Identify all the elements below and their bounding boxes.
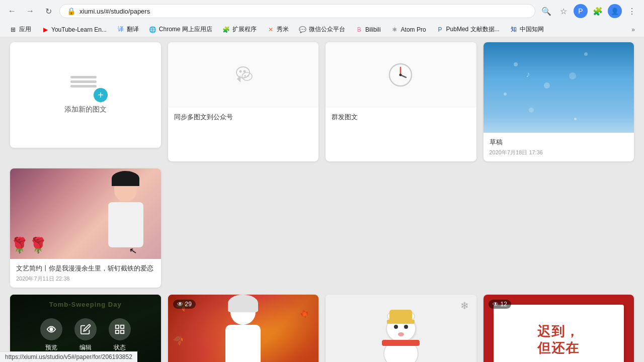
sync-card-image bbox=[168, 42, 319, 108]
send-card-image bbox=[326, 42, 476, 108]
lock-icon: 🔒 bbox=[67, 7, 75, 15]
figure bbox=[101, 173, 151, 254]
svg-rect-14 bbox=[116, 330, 119, 333]
wechat-sync-icon bbox=[228, 60, 258, 90]
forward-button[interactable]: → bbox=[23, 4, 37, 18]
add-new-label: 添加新的图文 bbox=[64, 105, 107, 114]
status-url: https://xiumi.us/studio/v5#/paper/for/20… bbox=[5, 353, 132, 360]
add-new-card[interactable]: + 添加新的图文 bbox=[10, 42, 161, 148]
send-card[interactable]: 群发图文 bbox=[326, 42, 476, 161]
sync-card[interactable]: 同步多图文到公众号 bbox=[168, 42, 319, 161]
edit-label: 编辑 bbox=[79, 343, 92, 352]
view-badge-autumn: 👁 29 bbox=[173, 300, 196, 309]
late-card-wrapper: 👁 12 迟到， 但还在 bbox=[484, 295, 634, 362]
blue-water-footer: 草稿 2020年7月18日 17:36 bbox=[484, 133, 634, 161]
late-card-paper: 迟到， 但还在 bbox=[494, 305, 624, 362]
bookmark-atom[interactable]: ⚛ Atom Pro bbox=[387, 24, 430, 35]
bookmark-pubmed[interactable]: P PubMed 文献数据... bbox=[432, 24, 504, 35]
browser-chrome: ← → ↻ 🔒 xiumi.us/#/studio/papers 🔍 ☆ P 🧩… bbox=[0, 0, 644, 37]
url-text: xiumi.us/#/studio/papers bbox=[79, 8, 150, 15]
reload-button[interactable]: ↻ bbox=[41, 4, 55, 18]
edit-icon bbox=[74, 318, 97, 340]
view-badge-late: 👁 12 bbox=[489, 300, 511, 309]
xiumi-icon: ✕ bbox=[267, 26, 275, 34]
svg-point-4 bbox=[244, 75, 246, 77]
late-card[interactable]: 👁 12 迟到， 但还在 草稿 2020年2月9日 22:17 bbox=[484, 295, 634, 362]
bilibili-icon: B bbox=[355, 26, 363, 34]
blue-water-date: 2020年7月18日 17:36 bbox=[490, 149, 628, 156]
bookmarks-bar: ⊞ 应用 ▶ YouTube-Learn En... 译 翻译 🌐 Chrome… bbox=[0, 22, 644, 37]
snowflake-icon: ❄ bbox=[460, 300, 469, 312]
bookmark-xiumi[interactable]: ✕ 秀米 bbox=[263, 24, 293, 35]
apps-icon: ⊞ bbox=[9, 26, 17, 34]
blue-water-card[interactable]: ♪ 草稿 2020年7月18日 17:36 bbox=[484, 42, 634, 161]
toolbar-icons: 🔍 ☆ P 🧩 👤 ⋮ bbox=[539, 4, 639, 18]
blue-water-title: 草稿 bbox=[490, 138, 628, 147]
search-button[interactable]: 🔍 bbox=[539, 4, 553, 18]
svg-point-11 bbox=[49, 327, 53, 331]
blue-water-image: ♪ bbox=[484, 42, 634, 133]
extension-button[interactable]: P bbox=[574, 4, 588, 18]
chrome-icon: 🌐 bbox=[149, 26, 157, 34]
girl-flowers-image: 🌹🌹 bbox=[10, 168, 161, 259]
back-button[interactable]: ← bbox=[5, 4, 19, 18]
svg-rect-12 bbox=[116, 325, 119, 328]
view-count-autumn: 29 bbox=[185, 301, 192, 308]
add-icon-wrapper: + bbox=[70, 76, 101, 96]
bookmark-apps[interactable]: ⊞ 应用 bbox=[5, 24, 35, 35]
winter-sketch-wrapper: ❄ bbox=[326, 295, 476, 362]
flowers-icon: 🌹🌹 bbox=[10, 236, 47, 254]
menu-button[interactable]: ⋮ bbox=[625, 4, 639, 18]
bubble6 bbox=[584, 52, 588, 56]
atom-icon: ⚛ bbox=[391, 26, 399, 34]
girl-flowers-card[interactable]: 🌹🌹 文艺简约丨你是我漫漫余生里，斩钉截铁的爱恋 2020年7月11日 22:3… bbox=[10, 168, 161, 288]
girl-flowers-date: 2020年7月11日 22:38 bbox=[16, 275, 155, 283]
status-label: 状态 bbox=[114, 343, 126, 352]
autumn-red-wrapper: 👁 29 🍂 bbox=[168, 295, 319, 362]
address-bar[interactable]: 🔒 xiumi.us/#/studio/papers bbox=[59, 4, 535, 18]
bookmarks-expand[interactable]: » bbox=[627, 25, 639, 35]
svg-rect-15 bbox=[121, 330, 124, 333]
bubble7 bbox=[574, 118, 577, 120]
bookmark-translate[interactable]: 译 翻译 bbox=[113, 24, 143, 35]
star-button[interactable]: ☆ bbox=[556, 4, 571, 18]
girl-flowers-title: 文艺简约丨你是我漫漫余生里，斩钉截铁的爱恋 bbox=[16, 264, 155, 273]
youtube-icon: ▶ bbox=[41, 26, 49, 34]
svg-point-10 bbox=[399, 73, 402, 76]
sync-card-title: 同步多图文到公众号 bbox=[174, 113, 313, 122]
bookmark-extensions[interactable]: 🧩 扩展程序 bbox=[218, 24, 261, 35]
hooded-figure bbox=[218, 300, 268, 362]
send-card-footer: 群发图文 bbox=[326, 108, 476, 127]
girl-flowers-footer: 文艺简约丨你是我漫漫余生里，斩钉截铁的爱恋 2020年7月11日 22:38 bbox=[10, 259, 161, 288]
extensions-button[interactable]: 🧩 bbox=[591, 4, 605, 18]
bookmark-bilibili[interactable]: B Bilibili bbox=[351, 24, 385, 35]
preview-icon bbox=[40, 318, 62, 340]
edit-action[interactable]: 编辑 bbox=[74, 318, 97, 352]
status-bar: https://xiumi.us/studio/v5#/paper/for/20… bbox=[0, 351, 137, 362]
svg-point-5 bbox=[247, 75, 249, 77]
late-text: 迟到， 但还在 bbox=[537, 323, 580, 357]
bookmark-youtube[interactable]: ▶ YouTube-Learn En... bbox=[37, 24, 111, 35]
polar-bear bbox=[371, 310, 431, 362]
cnki-icon: 知 bbox=[510, 26, 518, 34]
send-card-title: 群发图文 bbox=[332, 113, 470, 122]
translate-icon: 译 bbox=[117, 26, 125, 34]
papers-grid: + 添加新的图文 同步 bbox=[10, 42, 634, 288]
bookmark-wechat[interactable]: 💬 微信公众平台 bbox=[295, 24, 349, 35]
autumn-red-card[interactable]: 👁 29 🍂 bbox=[168, 295, 319, 362]
view-count-late: 12 bbox=[501, 301, 507, 308]
winter-sketch-card[interactable]: ❄ bbox=[326, 295, 476, 362]
eye-icon-autumn: 👁 bbox=[177, 301, 183, 308]
card-action-buttons: 预览 编辑 bbox=[40, 318, 131, 352]
profile-button[interactable]: 👤 bbox=[608, 4, 622, 18]
svg-rect-13 bbox=[121, 325, 124, 328]
bubble3 bbox=[504, 93, 507, 96]
bookmark-chrome-store[interactable]: 🌐 Chrome 网上应用店 bbox=[145, 24, 216, 35]
browser-toolbar: ← → ↻ 🔒 xiumi.us/#/studio/papers 🔍 ☆ P 🧩… bbox=[0, 0, 644, 22]
svg-point-1 bbox=[239, 70, 242, 72]
eye-icon-late: 👁 bbox=[493, 301, 499, 308]
ext-icon: 🧩 bbox=[222, 26, 230, 34]
bookmark-cnki[interactable]: 知 中国知网 bbox=[506, 24, 548, 35]
status-action[interactable]: 状态 bbox=[109, 318, 131, 352]
preview-action[interactable]: 预览 bbox=[40, 318, 62, 352]
